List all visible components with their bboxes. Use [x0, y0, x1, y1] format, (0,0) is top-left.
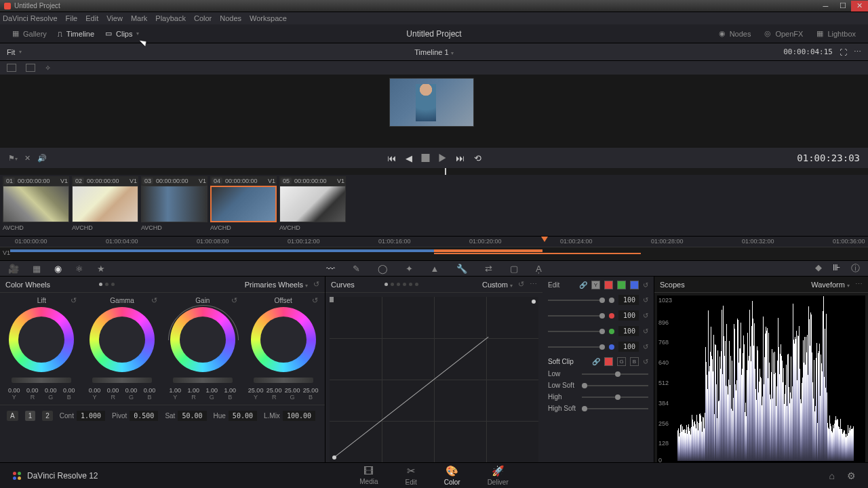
sc-r-button[interactable] [604, 357, 613, 366]
qualifier-icon[interactable]: ✎ [353, 264, 360, 274]
low-slider[interactable] [582, 373, 648, 375]
timeline-button[interactable]: ⎍Timeline [52, 27, 100, 41]
camera-icon[interactable]: 🎥 [8, 264, 19, 274]
lift-master-slider[interactable] [12, 378, 71, 383]
page-media-button[interactable]: 🎞Media [359, 465, 378, 486]
gallery-button[interactable]: ▦Gallery [7, 26, 52, 41]
high-slider[interactable] [582, 396, 648, 398]
adj-2-button[interactable]: 2 [42, 411, 53, 421]
gain-reset-icon[interactable]: ↺ [231, 296, 237, 305]
settings-icon[interactable]: ⚙ [847, 470, 856, 481]
sc-reset-icon[interactable]: ↺ [643, 358, 648, 365]
key-icon[interactable]: 🔧 [456, 264, 467, 274]
curves-reset-icon[interactable]: ↺ [518, 280, 524, 289]
menu-color[interactable]: Color [194, 14, 212, 22]
close-button[interactable]: ✕ [851, 1, 868, 12]
text-icon[interactable]: Ạ [536, 264, 542, 274]
waveform-icon[interactable]: ⊪ [833, 262, 840, 274]
wheels-reset-icon[interactable]: ↺ [313, 280, 319, 289]
expand-icon[interactable]: ⛶ [840, 48, 847, 56]
clear-icon[interactable]: ✕ [24, 154, 31, 163]
info-icon[interactable]: ⓘ [851, 262, 860, 274]
scopes-mode-dropdown[interactable]: Waveform ▾ [811, 281, 850, 289]
lowsoft-slider[interactable] [582, 385, 648, 386]
link-icon[interactable]: 🔗 [579, 281, 587, 289]
page-deliver-button[interactable]: 🚀Deliver [488, 465, 509, 486]
sc-g-button[interactable]: G [617, 357, 626, 366]
channel-g-button[interactable] [617, 281, 626, 289]
gamma-wheel[interactable] [90, 307, 155, 372]
keyframe-icon[interactable]: ◆ [815, 262, 822, 274]
hue-value[interactable]: 50.00 [229, 411, 257, 421]
prev-button[interactable]: ◀ [406, 153, 412, 163]
menu-playback[interactable]: Playback [155, 14, 186, 22]
lift-reset-icon[interactable]: ↺ [71, 296, 77, 305]
offset-master-slider[interactable] [254, 378, 313, 383]
clip-01[interactable]: 0100:00:00:00V1 AVCHD [3, 176, 69, 235]
offset-reset-icon[interactable]: ↺ [312, 296, 318, 305]
minimize-button[interactable]: ─ [817, 1, 834, 12]
channel-y-button[interactable]: Y [591, 281, 600, 289]
home-icon[interactable]: ⌂ [829, 470, 835, 481]
menu-nodes[interactable]: Nodes [220, 14, 241, 22]
nodes-button[interactable]: ◉Nodes [713, 26, 757, 41]
contrast-value[interactable]: 1.000 [77, 411, 105, 421]
curves-mode-dropdown[interactable]: Custom ▾ [482, 281, 513, 289]
window-icon[interactable]: ◯ [378, 264, 388, 274]
gamma-reset-icon[interactable]: ↺ [151, 296, 157, 305]
last-frame-button[interactable]: ⏭ [456, 153, 465, 163]
maximize-button[interactable]: ☐ [834, 1, 851, 12]
blur-icon[interactable]: ▲ [431, 264, 439, 274]
curves-options-icon[interactable]: ⋯ [530, 280, 537, 289]
gain-master-slider[interactable] [173, 378, 233, 383]
scopes-options-icon[interactable]: ⋯ [855, 280, 863, 289]
sc-link-icon[interactable]: 🔗 [592, 358, 600, 365]
menu-file[interactable]: File [66, 14, 78, 22]
scrubber[interactable] [0, 168, 868, 175]
tool2-icon[interactable] [26, 64, 35, 72]
tool1-icon[interactable] [7, 64, 16, 72]
zoom-fit-dropdown[interactable]: Fit▾ [7, 48, 22, 56]
lightbox-button[interactable]: ▦Lightbox [811, 26, 861, 41]
options-icon[interactable]: ⋯ [854, 47, 861, 56]
lmix-value[interactable]: 100.00 [283, 411, 315, 421]
first-frame-button[interactable]: ⏮ [387, 153, 396, 163]
menu-edit[interactable]: Edit [85, 14, 98, 22]
tracking-icon[interactable]: ✦ [406, 264, 413, 274]
clips-button[interactable]: ▭Clips▾ [100, 26, 144, 41]
menu-workspace[interactable]: Workspace [250, 14, 287, 22]
lift-wheel[interactable] [9, 307, 74, 372]
curves-tool-icon[interactable]: 〰 [326, 264, 335, 274]
adj-1-button[interactable]: 1 [25, 411, 36, 421]
clip-05[interactable]: 0500:00:00:00V1 AVCHD [279, 176, 346, 235]
loop-button[interactable]: ⟲ [474, 153, 481, 163]
timeline-track[interactable]: V1 [0, 247, 868, 260]
pivot-value[interactable]: 0.500 [130, 411, 158, 421]
stop-button[interactable] [422, 154, 430, 162]
share-icon[interactable]: ⚛ [75, 264, 83, 274]
sizing-icon[interactable]: ⇄ [485, 264, 492, 274]
highsoft-slider[interactable] [582, 408, 648, 409]
clip-04[interactable]: 0400:00:00:00V1 AVCHD [210, 176, 277, 235]
audio-icon[interactable]: 🔊 [37, 154, 47, 163]
y-slider[interactable] [548, 300, 605, 301]
channel-b-button[interactable] [630, 281, 639, 289]
primaries-mode-dropdown[interactable]: Primaries Wheels ▾ [245, 281, 308, 289]
timeline-name[interactable]: Timeline 1 ▾ [414, 48, 453, 56]
b-slider[interactable] [548, 346, 605, 348]
sat-value[interactable]: 50.00 [178, 411, 206, 421]
sc-b-button[interactable]: B [630, 357, 639, 366]
star-icon[interactable]: ★ [97, 264, 105, 274]
viewer[interactable] [0, 75, 868, 148]
3d-icon[interactable]: ▢ [510, 264, 518, 274]
menu-mark[interactable]: Mark [131, 14, 147, 22]
channel-r-button[interactable] [604, 281, 613, 289]
menu-view[interactable]: View [106, 14, 123, 22]
gain-wheel[interactable] [170, 307, 235, 372]
marker-icon[interactable]: ⚑▾ [8, 154, 18, 163]
page-color-button[interactable]: 🎨Color [444, 465, 460, 486]
gamma-master-slider[interactable] [92, 378, 152, 383]
target-icon[interactable]: ◉ [54, 264, 62, 274]
openfx-button[interactable]: ◎OpenFX [759, 26, 808, 41]
menu-app[interactable]: DaVinci Resolve [3, 14, 58, 22]
